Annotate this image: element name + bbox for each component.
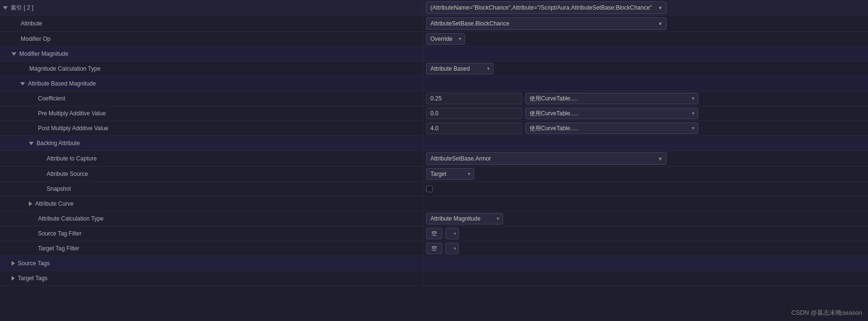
target-tag-filter-label-cell: Target Tag Filter: [0, 241, 423, 256]
modifier-magnitude-label: Modifier Magnitude: [19, 50, 68, 57]
attribute-calc-type-value-cell: Attribute Magnitude: [423, 211, 868, 226]
snapshot-label: Snapshot: [47, 185, 71, 192]
pre-multiply-curve-dropdown-wrap[interactable]: 使用CurveTable.....: [525, 108, 698, 119]
attribute-calc-type-label-cell: Attribute Calculation Type: [0, 211, 423, 226]
modifier-op-value-cell: Override: [423, 32, 868, 46]
target-tag-filter-dropdown-wrap[interactable]: [445, 243, 459, 254]
target-tags-label: Target Tags: [18, 275, 48, 282]
pre-multiply-label-cell: Pre Multiply Additive Value: [0, 106, 423, 121]
attribute-source-label: Attribute Source: [47, 171, 88, 177]
magnitude-calc-type-dropdown-wrap[interactable]: Attribute Based: [426, 63, 493, 74]
post-multiply-input[interactable]: [426, 123, 522, 134]
post-multiply-label-cell: Post Multiply Additive Value: [0, 121, 423, 136]
magnitude-calc-type-select[interactable]: Attribute Based: [426, 63, 493, 74]
snapshot-row: Snapshot: [0, 182, 868, 197]
attribute-based-magnitude-collapse-icon[interactable]: [20, 82, 25, 86]
attribute-to-capture-value-cell: ▼: [423, 151, 868, 166]
collapse-icon[interactable]: [3, 6, 8, 10]
attribute-based-magnitude-label-cell: Attribute Based Magnitude: [0, 76, 423, 91]
source-tags-label: Source Tags: [18, 260, 50, 267]
modifier-magnitude-label-cell: Modifier Magnitude: [0, 47, 423, 61]
snapshot-value-cell: [423, 182, 868, 196]
target-tag-filter-label: Target Tag Filter: [38, 245, 79, 252]
attribute-source-select[interactable]: Target: [426, 168, 474, 180]
attribute-curve-label: Attribute Curve: [35, 200, 74, 207]
source-tag-filter-row: Source Tag Filter 空: [0, 226, 868, 241]
target-tag-filter-value-cell: 空: [423, 241, 868, 256]
coefficient-value-cell: 使用CurveTable.....: [423, 91, 868, 106]
source-tags-value-cell: [423, 256, 868, 271]
modifier-op-row: Modifier Op Override: [0, 32, 868, 47]
post-multiply-curve-select[interactable]: 使用CurveTable.....: [525, 123, 698, 134]
attribute-curve-row: Attribute Curve: [0, 197, 868, 211]
attribute-to-capture-label-cell: Attribute to Capture: [0, 151, 423, 166]
index-value-cell: ▼: [423, 0, 868, 15]
coefficient-curve-dropdown-wrap[interactable]: 使用CurveTable.....: [525, 93, 698, 104]
target-tag-filter-btn[interactable]: 空: [426, 243, 442, 254]
backing-attribute-collapse-icon[interactable]: [29, 142, 34, 145]
attribute-value-dropdown-wrap[interactable]: ▼: [426, 17, 667, 30]
index-label: 索引 [ 2 ]: [11, 4, 33, 12]
attribute-label-cell: Attribute: [0, 16, 423, 31]
coefficient-label-cell: Coefficient: [0, 91, 423, 106]
target-tag-filter-row: Target Tag Filter 空: [0, 241, 868, 256]
attribute-source-dropdown-wrap[interactable]: Target: [426, 168, 474, 180]
coefficient-input[interactable]: [426, 93, 522, 104]
index-header-row: 索引 [ 2 ] ▼: [0, 0, 868, 16]
modifier-magnitude-row: Modifier Magnitude: [0, 47, 868, 62]
attribute-main-input[interactable]: [426, 1, 667, 14]
target-tag-filter-select[interactable]: [445, 243, 459, 254]
post-multiply-label: Post Multiply Additive Value: [38, 125, 109, 132]
source-tags-expand-icon[interactable]: [12, 261, 15, 266]
attribute-value-input[interactable]: [426, 17, 667, 30]
source-tag-filter-value-cell: 空: [423, 226, 868, 241]
source-tag-filter-dropdown-wrap[interactable]: [445, 228, 459, 239]
magnitude-calc-type-label: Magnitude Calculation Type: [29, 65, 101, 72]
target-tags-label-cell: Target Tags: [0, 271, 423, 285]
magnitude-calc-type-row: Magnitude Calculation Type Attribute Bas…: [0, 62, 868, 76]
attribute-to-capture-row: Attribute to Capture ▼: [0, 151, 868, 167]
modifier-op-label-cell: Modifier Op: [0, 32, 423, 46]
attribute-main-dropdown-wrap[interactable]: ▼: [426, 1, 667, 14]
attribute-calc-type-select[interactable]: Attribute Magnitude: [426, 213, 503, 224]
modifier-op-dropdown-wrap[interactable]: Override: [426, 33, 465, 45]
attribute-to-capture-input[interactable]: [426, 152, 667, 165]
pre-multiply-input[interactable]: [426, 108, 522, 119]
coefficient-curve-select[interactable]: 使用CurveTable.....: [525, 93, 698, 104]
magnitude-calc-type-value-cell: Attribute Based: [423, 62, 868, 76]
coefficient-row: Coefficient 使用CurveTable.....: [0, 91, 868, 106]
post-multiply-value-cell: 使用CurveTable.....: [423, 121, 868, 136]
source-tag-filter-label-cell: Source Tag Filter: [0, 226, 423, 241]
modifier-op-select[interactable]: Override: [426, 33, 465, 45]
backing-attribute-row: Backing Attribute: [0, 136, 868, 151]
target-tag-filter-value: 空: [431, 245, 437, 253]
attribute-to-capture-label: Attribute to Capture: [47, 155, 97, 162]
snapshot-checkbox[interactable]: [426, 185, 433, 192]
modifier-magnitude-collapse-icon[interactable]: [12, 52, 16, 56]
target-tags-row: Target Tags: [0, 271, 868, 286]
target-tags-expand-icon[interactable]: [12, 276, 15, 281]
source-tag-filter-select[interactable]: [445, 228, 459, 239]
attribute-source-row: Attribute Source Target: [0, 167, 868, 182]
attribute-based-magnitude-row: Attribute Based Magnitude: [0, 76, 868, 91]
magnitude-calc-type-label-cell: Magnitude Calculation Type: [0, 62, 423, 76]
attribute-curve-value-cell: [423, 197, 868, 211]
pre-multiply-curve-select[interactable]: 使用CurveTable.....: [525, 108, 698, 119]
attribute-curve-expand-icon[interactable]: [29, 201, 32, 206]
attribute-to-capture-dropdown-wrap[interactable]: ▼: [426, 152, 667, 165]
attribute-source-label-cell: Attribute Source: [0, 167, 423, 181]
index-label-cell: 索引 [ 2 ]: [0, 0, 423, 15]
source-tag-filter-label: Source Tag Filter: [38, 230, 82, 237]
snapshot-label-cell: Snapshot: [0, 182, 423, 196]
source-tag-filter-btn[interactable]: 空: [426, 228, 442, 239]
post-multiply-curve-dropdown-wrap[interactable]: 使用CurveTable.....: [525, 123, 698, 134]
modifier-magnitude-value-cell: [423, 47, 868, 61]
post-multiply-row: Post Multiply Additive Value 使用CurveTabl…: [0, 121, 868, 136]
attribute-value-cell: ▼: [423, 16, 868, 31]
pre-multiply-value-cell: 使用CurveTable.....: [423, 106, 868, 121]
backing-attribute-value-cell: [423, 136, 868, 150]
backing-attribute-label-cell: Backing Attribute: [0, 136, 423, 150]
attribute-based-magnitude-value-cell: [423, 76, 868, 91]
attribute-label: Attribute: [21, 20, 42, 27]
attribute-calc-type-dropdown-wrap[interactable]: Attribute Magnitude: [426, 213, 503, 224]
